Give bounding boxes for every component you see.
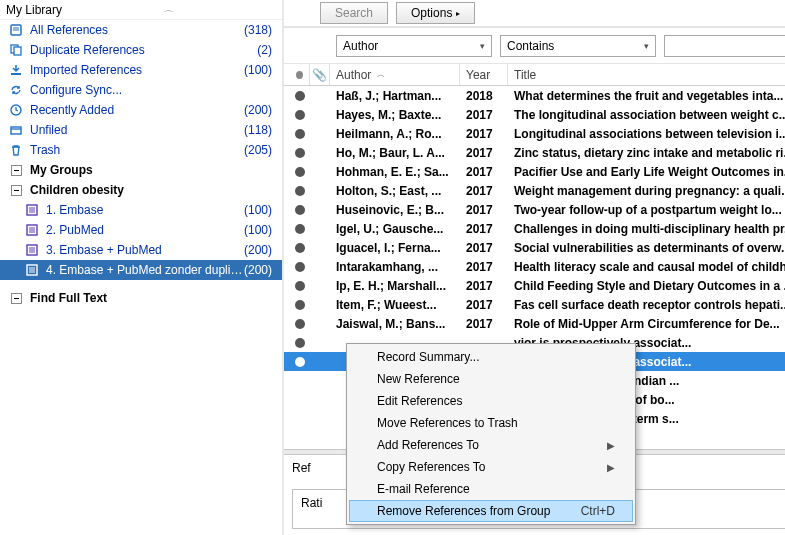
cell-author: Iguacel, I.; Ferna... bbox=[330, 241, 460, 255]
cell-title: Zinc status, dietary zinc intake and met… bbox=[508, 146, 785, 160]
sidebar-section-label: My Groups bbox=[30, 163, 276, 177]
sidebar-item-label: Configure Sync... bbox=[30, 83, 276, 97]
col-author[interactable]: Author ︿ bbox=[330, 64, 460, 85]
trash-icon bbox=[8, 142, 24, 158]
cell-year: 2017 bbox=[460, 203, 508, 217]
context-menu-item[interactable]: New Reference bbox=[349, 368, 633, 390]
filter-field-select[interactable]: Author ▾ bbox=[336, 35, 492, 57]
col-year[interactable]: Year bbox=[460, 64, 508, 85]
search-button[interactable]: Search bbox=[320, 2, 388, 24]
table-row[interactable]: Jaiswal, M.; Bans...2017Role of Mid-Uppe… bbox=[284, 314, 785, 333]
cell-year: 2017 bbox=[460, 146, 508, 160]
sidebar-item-label: Duplicate References bbox=[30, 43, 257, 57]
table-row[interactable]: Intarakamhang, ...2017Health literacy sc… bbox=[284, 257, 785, 276]
sidebar-item-label: 4. Embase + PubMed zonder duplic... bbox=[46, 263, 244, 277]
cell-author: Igel, U.; Gausche... bbox=[330, 222, 460, 236]
cell-author: Hohman, E. E.; Sa... bbox=[330, 165, 460, 179]
dot-icon bbox=[295, 129, 305, 139]
sidebar-item-trash[interactable]: Trash 205 bbox=[0, 140, 282, 160]
copy-icon bbox=[8, 42, 24, 58]
context-menu[interactable]: Record Summary...New ReferenceEdit Refer… bbox=[346, 343, 636, 525]
table-header: 📎 Author ︿ Year Title bbox=[284, 64, 785, 86]
sidebar-item-label: 2. PubMed bbox=[46, 223, 244, 237]
chevron-right-icon: ▶ bbox=[607, 440, 615, 451]
table-row[interactable]: Heilmann, A.; Ro...2017Longitudinal asso… bbox=[284, 124, 785, 143]
filter-value-input[interactable] bbox=[664, 35, 785, 57]
context-menu-item[interactable]: Record Summary... bbox=[349, 346, 633, 368]
cell-author: Holton, S.; East, ... bbox=[330, 184, 460, 198]
sidebar-section-children-obesity[interactable]: Children obesity bbox=[0, 180, 282, 200]
table-row[interactable]: Ho, M.; Baur, L. A...2017Zinc status, di… bbox=[284, 143, 785, 162]
sidebar-item-imported-references[interactable]: Imported References 100 bbox=[0, 60, 282, 80]
context-menu-item[interactable]: Remove References from GroupCtrl+D bbox=[349, 500, 633, 522]
sidebar-group-embase-pubmed[interactable]: 3. Embase + PubMed 200 bbox=[0, 240, 282, 260]
menu-item-label: New Reference bbox=[377, 372, 460, 386]
menu-item-accelerator: Ctrl+D bbox=[581, 504, 615, 518]
sidebar-group-pubmed[interactable]: 2. PubMed 100 bbox=[0, 220, 282, 240]
cell-title: Pacifier Use and Early Life Weight Outco… bbox=[508, 165, 785, 179]
context-menu-item[interactable]: E-mail Reference bbox=[349, 478, 633, 500]
group-icon bbox=[24, 262, 40, 278]
table-row[interactable]: Hayes, M.; Baxte...2017The longitudinal … bbox=[284, 105, 785, 124]
collapse-icon[interactable] bbox=[8, 182, 24, 198]
context-menu-item[interactable]: Add References To▶ bbox=[349, 434, 633, 456]
col-title[interactable]: Title bbox=[508, 64, 785, 85]
dot-icon bbox=[295, 319, 305, 329]
chevron-down-icon: ▾ bbox=[480, 41, 485, 51]
cell-year: 2018 bbox=[460, 89, 508, 103]
cell-title: What determines the fruit and vegetables… bbox=[508, 89, 785, 103]
sidebar-item-recently-added[interactable]: Recently Added 200 bbox=[0, 100, 282, 120]
rating-label: Rati bbox=[301, 496, 322, 510]
column-label: Year bbox=[466, 68, 490, 82]
cell-title: The longitudinal association between wei… bbox=[508, 108, 785, 122]
menu-item-label: Copy References To bbox=[377, 460, 486, 474]
sync-icon bbox=[8, 82, 24, 98]
dot-icon bbox=[295, 262, 305, 272]
column-label: Author bbox=[336, 68, 371, 82]
sidebar-group-embase[interactable]: 1. Embase 100 bbox=[0, 200, 282, 220]
cell-author: Hayes, M.; Baxte... bbox=[330, 108, 460, 122]
sidebar-item-count: 100 bbox=[244, 63, 276, 77]
group-icon bbox=[24, 242, 40, 258]
sidebar-item-configure-sync[interactable]: Configure Sync... bbox=[0, 80, 282, 100]
sidebar-item-duplicate-references[interactable]: Duplicate References 2 bbox=[0, 40, 282, 60]
table-row[interactable]: Igel, U.; Gausche...2017Challenges in do… bbox=[284, 219, 785, 238]
cell-year: 2017 bbox=[460, 241, 508, 255]
clock-icon bbox=[8, 102, 24, 118]
sidebar-item-unfiled[interactable]: Unfiled 118 bbox=[0, 120, 282, 140]
table-row[interactable]: Huseinovic, E.; B...2017Two-year follow-… bbox=[284, 200, 785, 219]
options-button[interactable]: Options ▸ bbox=[396, 2, 475, 24]
cell-title: Health literacy scale and causal model o… bbox=[508, 260, 785, 274]
cell-author: Ip, E. H.; Marshall... bbox=[330, 279, 460, 293]
table-row[interactable]: Ip, E. H.; Marshall...2017Child Feeding … bbox=[284, 276, 785, 295]
sidebar-header: My Library ︿ bbox=[0, 0, 282, 20]
sidebar-section-my-groups[interactable]: My Groups bbox=[0, 160, 282, 180]
table-row[interactable]: Holton, S.; East, ...2017Weight manageme… bbox=[284, 181, 785, 200]
sidebar-item-count: 200 bbox=[244, 243, 276, 257]
sidebar-item-label: Unfiled bbox=[30, 123, 244, 137]
paperclip-icon: 📎 bbox=[312, 68, 327, 82]
svg-rect-4 bbox=[14, 47, 21, 55]
table-row[interactable]: Haß, J.; Hartman...2018What determines t… bbox=[284, 86, 785, 105]
col-attachment[interactable]: 📎 bbox=[310, 64, 330, 85]
cell-author: Intarakamhang, ... bbox=[330, 260, 460, 274]
sidebar-group-embase-pubmed-nodup[interactable]: 4. Embase + PubMed zonder duplic... 200 bbox=[0, 260, 282, 280]
group-icon bbox=[24, 222, 40, 238]
filter-op-select[interactable]: Contains ▾ bbox=[500, 35, 656, 57]
table-row[interactable]: Item, F.; Wueest...2017Fas cell surface … bbox=[284, 295, 785, 314]
collapse-icon[interactable] bbox=[8, 162, 24, 178]
collapse-icon[interactable] bbox=[8, 290, 24, 306]
sidebar-item-count: 2 bbox=[257, 43, 276, 57]
sidebar-item-all-references[interactable]: All References 318 bbox=[0, 20, 282, 40]
sidebar-section-find-full-text[interactable]: Find Full Text bbox=[0, 288, 282, 308]
context-menu-item[interactable]: Copy References To▶ bbox=[349, 456, 633, 478]
context-menu-item[interactable]: Move References to Trash bbox=[349, 412, 633, 434]
context-menu-item[interactable]: Edit References bbox=[349, 390, 633, 412]
button-label: Options bbox=[411, 6, 452, 20]
table-row[interactable]: Hohman, E. E.; Sa...2017Pacifier Use and… bbox=[284, 162, 785, 181]
svg-rect-7 bbox=[11, 127, 21, 134]
table-row[interactable]: Iguacel, I.; Ferna...2017Social vulnerab… bbox=[284, 238, 785, 257]
chevron-up-icon[interactable]: ︿ bbox=[164, 5, 174, 15]
cell-year: 2017 bbox=[460, 222, 508, 236]
col-read-status[interactable] bbox=[290, 64, 310, 85]
